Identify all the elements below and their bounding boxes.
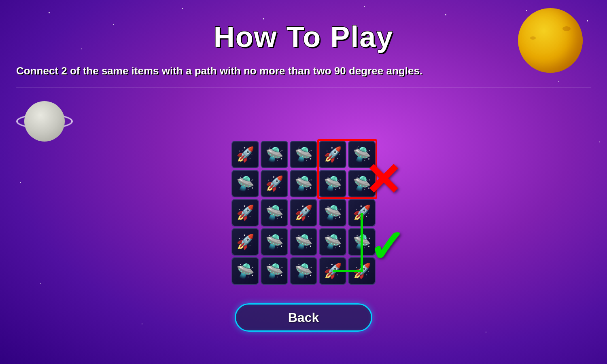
grid-cell[interactable]: 🛸 [290,170,317,197]
grid-cell[interactable]: 🛸 [231,170,259,197]
star [182,8,183,9]
grid-cell[interactable]: 🛸 [261,199,288,226]
grid-cell[interactable]: 🛸 [348,170,376,197]
star [526,10,527,11]
page-title: How To Play [0,20,607,53]
star [486,332,486,332]
grid-cell[interactable]: 🛸 [348,141,376,168]
grid-cell[interactable]: 🚀 [319,141,346,168]
grid-cell[interactable]: 🚀 [231,141,259,168]
grid-cell[interactable]: 🛸 [231,257,259,285]
instructions-text: Connect 2 of the same items with a path … [16,65,591,77]
grid-cell[interactable]: 🛸 [261,141,288,168]
grid-cell[interactable]: 🛸 [290,141,317,168]
divider [16,87,591,88]
grid-row: 🚀🛸🛸🚀🛸 [231,141,376,168]
star [40,283,41,284]
saturn-body [24,101,65,142]
saturn-planet [20,97,69,146]
star [599,142,600,142]
star [364,6,365,7]
star [445,14,446,15]
grid-cell[interactable]: 🚀 [290,199,317,226]
back-button-label: Back [288,310,319,325]
star [49,12,50,13]
grid-cell[interactable]: 🛸 [348,228,376,256]
back-button[interactable]: Back [235,303,372,332]
grid-cell[interactable]: 🚀 [319,257,346,285]
grid-cell[interactable]: 🛸 [319,228,346,256]
game-grid: 🚀🛸🛸🚀🛸🛸🚀🛸🛸🛸🚀🛸🚀🛸🚀🚀🛸🛸🛸🛸🛸🛸🛸🚀🚀 [228,138,379,288]
grid-cell[interactable]: 🚀 [261,170,288,197]
grid-cell[interactable]: 🛸 [261,257,288,285]
grid-cell[interactable]: 🚀 [231,228,259,256]
star [142,324,142,324]
star [20,182,21,183]
grid-cell[interactable]: 🚀 [231,199,259,226]
star [558,81,559,82]
grid-row: 🚀🛸🛸🛸🛸 [231,228,376,256]
grid-cell[interactable]: 🛸 [290,257,317,285]
grid-cell[interactable]: 🛸 [319,170,346,197]
grid-row: 🛸🛸🛸🚀🚀 [231,257,376,285]
grid-cell[interactable]: 🛸 [319,199,346,226]
grid-row: 🚀🛸🚀🛸🚀 [231,199,376,226]
grid-cell[interactable]: 🚀 [348,199,376,226]
grid-cell[interactable]: 🚀 [348,257,376,285]
grid-cell[interactable]: 🛸 [261,228,288,256]
grid-cell[interactable]: 🛸 [290,228,317,256]
star [263,18,264,19]
grid-row: 🛸🚀🛸🛸🛸 [231,170,376,197]
